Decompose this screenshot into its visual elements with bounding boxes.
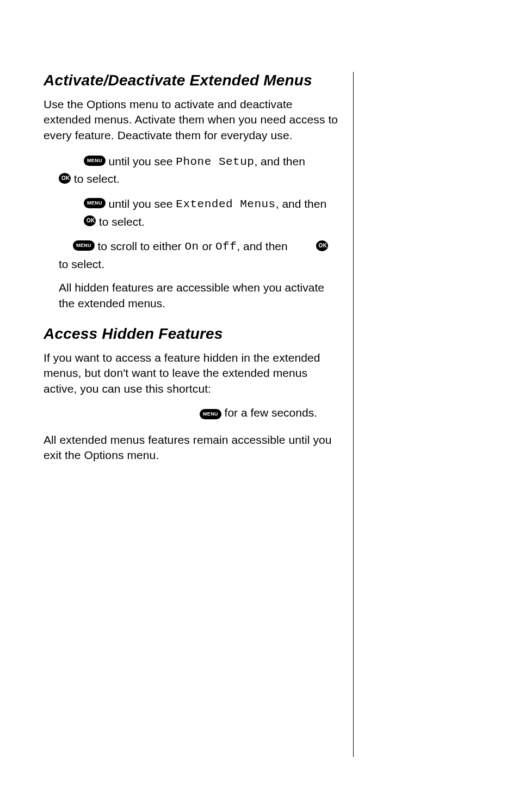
- section-title-hidden-features: Access Hidden Features: [44, 325, 339, 343]
- section2-outro: All extended menus features remain acces…: [44, 432, 339, 463]
- menu-icon: MENU: [84, 156, 106, 166]
- section2-action-text: for a few seconds.: [221, 406, 317, 419]
- lcd-extended-menus: Extended Menus: [176, 198, 275, 210]
- ok-icon: OK: [59, 173, 71, 184]
- step1-t3: to select.: [71, 173, 120, 185]
- step3-t2: or: [199, 240, 215, 252]
- menu-icon: MENU: [200, 409, 221, 419]
- lcd-phone-setup: Phone Setup: [176, 156, 254, 168]
- step1-t1: until you see: [106, 155, 176, 168]
- menu-icon: MENU: [73, 240, 95, 251]
- menu-icon: MENU: [84, 198, 106, 208]
- section1-note: All hidden features are accessible when …: [59, 280, 339, 311]
- step3-t3: , and then: [237, 240, 291, 252]
- step-1: MENU until you see Phone Setup, and then…: [59, 153, 339, 188]
- section2-action: MENU for a few seconds.: [44, 406, 339, 420]
- step-2: MENU until you see Extended Menus, and t…: [59, 195, 339, 230]
- section2-intro: If you want to access a feature hidden i…: [44, 350, 339, 396]
- lcd-off: Off: [215, 240, 237, 253]
- section-title-extended-menus: Activate/Deactivate Extended Menus: [44, 72, 339, 89]
- ok-icon: OK: [316, 240, 328, 251]
- content-column: Activate/Deactivate Extended Menus Use t…: [44, 72, 354, 757]
- section1-intro: Use the Options menu to activate and dea…: [44, 97, 339, 143]
- step3-t4: to select.: [59, 258, 104, 270]
- step-3: MENU to scroll to either On or Off, and …: [59, 238, 339, 272]
- step2-t1: until you see: [106, 197, 176, 210]
- step2-t2: , and then: [276, 197, 326, 210]
- page: Activate/Deactivate Extended Menus Use t…: [0, 0, 519, 812]
- lcd-on: On: [184, 240, 199, 253]
- step3-t1: to scroll to either: [95, 240, 185, 252]
- ok-icon: OK: [84, 215, 96, 226]
- step1-t2: , and then: [254, 155, 308, 168]
- step2-t3: to select.: [96, 215, 145, 228]
